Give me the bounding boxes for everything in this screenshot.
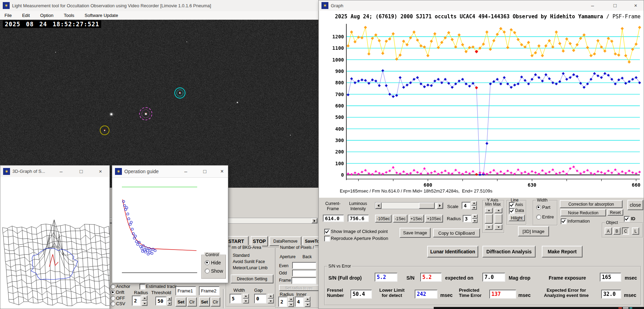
radius-spinner[interactable] (472, 214, 478, 223)
fresnel-number-field[interactable]: 50.4 (350, 290, 372, 299)
menu-item-software-update[interactable]: Software Update (85, 13, 118, 18)
frame2-field[interactable]: Frame2 (199, 286, 220, 296)
frame1-clr-button[interactable]: Clr (187, 297, 197, 307)
object-a-button[interactable]: A (605, 227, 612, 235)
copy-clipboard-button[interactable]: Copy to ClipBoard (433, 228, 480, 237)
noise-reduction-button[interactable]: Noise Reduction (560, 209, 606, 216)
anchor-radius-field[interactable]: 2 (132, 296, 141, 306)
save-image-button[interactable]: Save Image (400, 228, 431, 238)
pixels-inner-spinner[interactable] (305, 297, 310, 307)
yaxis-max-down[interactable] (494, 224, 502, 230)
menu-item-edit[interactable]: Edit (22, 13, 30, 18)
lunar-identification-button[interactable]: Lunar Identification (427, 246, 478, 258)
opguide-maximize-button[interactable]: □ (199, 166, 211, 177)
hilight-button[interactable]: Hilight (509, 215, 525, 221)
video-frame[interactable]: 2025 08 24 18:52:27:521 (0, 20, 318, 188)
hide-radio[interactable] (205, 260, 210, 265)
anchor-threshold-spinner[interactable] (167, 297, 172, 306)
anchor-radius-spinner[interactable] (142, 296, 147, 306)
csv-radio[interactable] (110, 301, 115, 306)
show-radio[interactable] (205, 269, 210, 273)
minus-1sec-button[interactable]: -1Sec (393, 215, 407, 223)
frame2-set-button[interactable]: Set (199, 297, 210, 307)
frame2-clr-button[interactable]: Clr (211, 297, 220, 307)
chart-area[interactable]: 2025 Aug 24; (67619) 2000 SJ171 occults … (319, 11, 644, 198)
lower-limit-field[interactable]: 242 (415, 290, 438, 299)
minus-10sec-button[interactable]: -10Sec (375, 215, 392, 223)
graph-minimize-button[interactable]: – (586, 0, 599, 11)
width-entire-radio[interactable] (536, 215, 541, 219)
estimated-track-checkbox[interactable] (140, 284, 145, 290)
yaxis-max-up[interactable] (494, 208, 502, 213)
direction-setting-button[interactable]: Direction Setting (231, 274, 273, 283)
yaxis-min-down[interactable] (485, 224, 493, 230)
pixels-frame-field[interactable] (291, 277, 316, 284)
graph3d-close-button[interactable]: × (94, 166, 107, 177)
close-button[interactable]: close (627, 200, 643, 210)
information-checkbox[interactable] (561, 218, 567, 224)
frame-scroll-left[interactable] (375, 203, 382, 209)
object-l-button[interactable]: L (632, 227, 639, 235)
frame1-set-button[interactable]: Set (175, 297, 186, 307)
pixels-radius-spinner[interactable] (288, 297, 294, 307)
anchor-threshold-field[interactable]: 50 (155, 297, 166, 306)
bkg-width-spinner[interactable] (243, 294, 249, 303)
bkg-width-field[interactable]: 5 (230, 294, 242, 303)
sn-full-drop-field[interactable]: 5.2 (375, 273, 397, 282)
line-axis-checkbox[interactable] (509, 202, 515, 208)
expected-error-field[interactable]: 32.0 (601, 290, 621, 299)
correction-absorption-button[interactable]: Correction for absorption (560, 200, 623, 208)
graph3d-maximize-button[interactable]: □ (75, 166, 87, 177)
line-data-checkbox[interactable] (509, 208, 515, 214)
scroll-right-arrow[interactable] (311, 218, 317, 223)
bkg-gap-spinner[interactable] (268, 294, 274, 303)
make-report-button[interactable]: Make Report (542, 246, 583, 258)
width-part-radio[interactable] (536, 205, 541, 210)
predicted-time-error-field[interactable]: 137 (489, 290, 516, 299)
object-b-button[interactable]: B (613, 227, 621, 235)
yaxis-max-mid[interactable] (494, 214, 502, 224)
yaxis-min-up[interactable] (485, 208, 493, 213)
opguide-close-button[interactable]: × (216, 166, 228, 177)
pixels-radius-field[interactable]: 2 (278, 297, 287, 307)
radius-field[interactable]: 3 (463, 215, 471, 222)
object-c-button[interactable]: C (622, 227, 629, 235)
plus-10sec-button[interactable]: +10Sec (425, 215, 443, 223)
frame1-field[interactable]: Frame1 (175, 286, 196, 296)
plus-1sec-button[interactable]: +1Sec (409, 215, 424, 223)
graph-maximize-button[interactable]: □ (609, 0, 621, 11)
data-remove-button[interactable]: DataRemove (269, 236, 301, 246)
sn-field[interactable]: 5.2 (420, 273, 442, 282)
scale-field[interactable]: 4 (462, 202, 471, 209)
expected-on-field[interactable]: 7.0 (482, 273, 505, 282)
graph3d-minimize-button[interactable]: – (55, 166, 67, 177)
frame-scrollbar[interactable] (375, 202, 443, 209)
pixels-even-field[interactable] (292, 262, 316, 269)
current-frame-field[interactable]: 614.0 (323, 215, 344, 222)
image-3d-button[interactable]: [3D] Image (518, 226, 549, 236)
off-radio[interactable] (110, 296, 115, 301)
drift-radio[interactable] (110, 290, 115, 295)
luminous-intensity-field[interactable]: 756.6 (348, 215, 369, 222)
reset-button[interactable]: Reset (607, 209, 623, 216)
opguide-minimize-button[interactable]: – (180, 166, 192, 177)
frame-scroll-right[interactable] (437, 203, 443, 209)
graph-close-button[interactable]: × (629, 0, 642, 11)
anchor-radio[interactable] (110, 284, 115, 289)
reproduce-aperture-checkbox[interactable] (324, 236, 330, 242)
light-curve-chart[interactable]: 0100200300400500600700800900100011001200… (319, 11, 644, 198)
pixels-inner-field[interactable]: 4 (295, 297, 304, 307)
show-image-checkbox[interactable] (324, 229, 330, 235)
frame-scroll-thumb[interactable] (419, 203, 435, 209)
bkg-option-avoid-sunlit[interactable]: Avoid Sunlit Face (233, 259, 265, 264)
set-radius-button[interactable]: Set radius to rec (279, 285, 319, 291)
menu-item-file[interactable]: File (4, 13, 12, 18)
menu-item-tools[interactable]: Tools (64, 13, 74, 18)
id-checkbox[interactable] (624, 216, 630, 222)
yaxis-min-mid[interactable] (485, 214, 493, 224)
menu-item-option[interactable]: Option (40, 13, 53, 18)
pixels-odd-field[interactable] (292, 270, 316, 277)
bkg-option-standard[interactable]: Standard (233, 253, 250, 258)
frame-exposure-field[interactable]: 165 (600, 273, 621, 282)
scale-spinner[interactable] (471, 201, 477, 210)
